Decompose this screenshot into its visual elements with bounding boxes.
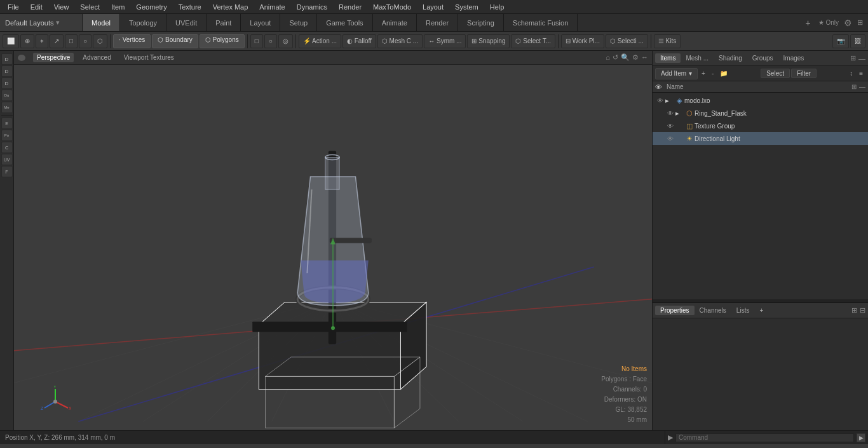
tree-item-ring[interactable]: 👁 ▸ ⬡ Ring_Stand_Flask	[653, 107, 868, 119]
collapse-all-icon[interactable]: —	[859, 83, 865, 90]
items-expand-icon[interactable]: ⊞	[850, 54, 856, 62]
left-tool-poly[interactable]: Po	[1, 130, 13, 141]
items-sort-icon[interactable]: ↕	[847, 69, 855, 78]
transform-btn[interactable]: ⌖	[36, 34, 48, 48]
select-rect-btn[interactable]: □	[65, 34, 78, 48]
eye-icon-dirlight[interactable]: 👁	[665, 135, 675, 142]
menu-edit[interactable]: Edit	[25, 2, 48, 12]
shape-hex-btn[interactable]: ◎	[278, 34, 293, 48]
eye-icon-root[interactable]: 👁	[655, 97, 665, 104]
layout-dropdown[interactable]: Default Layouts ▾	[0, 14, 83, 31]
viewport-canvas[interactable]: No Items Polygons : Face Channels: 0 Def…	[14, 65, 652, 430]
items-add-icon[interactable]: +	[699, 69, 708, 78]
menu-dynamics[interactable]: Dynamics	[292, 2, 332, 12]
tab-channels[interactable]: Channels	[695, 306, 731, 315]
mesh-btn[interactable]: ⬡ Mesh C ...	[377, 34, 423, 48]
tab-setup[interactable]: Setup	[280, 14, 317, 31]
menu-vertex-map[interactable]: Vertex Map	[208, 2, 254, 12]
left-tool-3[interactable]: D	[1, 78, 13, 89]
left-tool-c[interactable]: C	[1, 142, 13, 153]
tab-images[interactable]: Images	[778, 53, 810, 63]
viewport-tab-perspective[interactable]: Perspective	[33, 53, 74, 62]
menu-select[interactable]: Select	[75, 2, 105, 12]
menu-view[interactable]: View	[49, 2, 74, 12]
items-folder-icon[interactable]: 📁	[717, 69, 730, 78]
menu-layout[interactable]: Layout	[417, 2, 449, 12]
tab-uvedit[interactable]: UVEdit	[166, 14, 207, 31]
sort-asc-icon[interactable]: ⊞	[851, 83, 857, 90]
tab-items[interactable]: Items	[655, 53, 681, 63]
tab-mesh[interactable]: Mesh ...	[681, 53, 714, 63]
paint-sel-btn[interactable]: ⬡	[93, 34, 107, 48]
left-tool-1[interactable]: D	[1, 53, 13, 65]
left-tool-uv[interactable]: UV	[1, 154, 13, 165]
add-layout-icon[interactable]: +	[805, 18, 810, 28]
tab-add-prop[interactable]: +	[754, 306, 768, 315]
ring-expand[interactable]: ▸	[675, 109, 684, 118]
left-tool-mesh[interactable]: Me	[1, 102, 13, 113]
tab-paint[interactable]: Paint	[207, 14, 241, 31]
select-tool-btn[interactable]: ↗	[50, 34, 64, 48]
viewport-rotate-icon[interactable]: ↺	[613, 53, 618, 62]
workplane-btn[interactable]: ⊟ Work Pl...	[561, 34, 604, 48]
props-collapse-icon[interactable]: ⊟	[860, 306, 865, 315]
eye-icon-texgrp[interactable]: 👁	[665, 123, 675, 130]
shape-sq-btn[interactable]: □	[250, 34, 263, 48]
menu-render[interactable]: Render	[334, 2, 367, 12]
lasso-btn[interactable]: ○	[79, 34, 92, 48]
left-tool-dup[interactable]: Du	[1, 90, 13, 101]
tab-groups[interactable]: Groups	[747, 53, 778, 63]
root-expand[interactable]: ▸	[665, 97, 674, 105]
layout-expand-icon[interactable]: ⊞	[857, 18, 863, 27]
menu-geometry[interactable]: Geometry	[131, 2, 172, 12]
tab-properties[interactable]: Properties	[655, 306, 695, 315]
items-remove-icon[interactable]: -	[709, 69, 716, 78]
kits-btn[interactable]: ☰ Kits	[654, 34, 681, 48]
select-through-btn[interactable]: ⬡ Select T...	[511, 34, 555, 48]
polygons-btn[interactable]: ⬡ Polygons	[200, 34, 245, 48]
menu-texture[interactable]: Texture	[173, 2, 207, 12]
menu-item[interactable]: Item	[106, 2, 130, 12]
viewport-home-icon[interactable]: ⌂	[606, 53, 610, 62]
action-btn[interactable]: ⚡ Action ...	[299, 34, 341, 48]
tree-item-texgrp[interactable]: 👁 ◫ Texture Group	[653, 119, 868, 132]
items-collapse-icon[interactable]: —	[858, 55, 865, 62]
items-list-icon[interactable]: ≡	[857, 69, 865, 78]
grid-btn[interactable]: ⊕	[20, 34, 34, 48]
tab-shading[interactable]: Shading	[714, 53, 747, 63]
shape-circ-btn[interactable]: ○	[264, 34, 277, 48]
command-go-button[interactable]: ▶	[857, 433, 865, 442]
menu-animate[interactable]: Animate	[254, 2, 290, 12]
tab-game-tools[interactable]: Game Tools	[317, 14, 373, 31]
tab-scripting[interactable]: Scripting	[458, 14, 504, 31]
viewport-type-btn[interactable]: ⬜	[3, 34, 19, 48]
tab-model[interactable]: Model	[83, 14, 120, 31]
layout-settings-icon[interactable]: ⚙	[844, 18, 852, 28]
viewport-expand-icon[interactable]: ↔	[641, 53, 648, 62]
tab-animate[interactable]: Animate	[373, 14, 417, 31]
boundary-btn[interactable]: ⬡ Boundary	[152, 34, 198, 48]
left-tool-f[interactable]: F	[1, 166, 13, 177]
add-item-button[interactable]: Add Item ▾	[655, 68, 698, 79]
items-filter-button[interactable]: Filter	[791, 69, 817, 78]
tab-layout[interactable]: Layout	[241, 14, 280, 31]
command-input[interactable]	[675, 433, 854, 442]
symm-btn[interactable]: ↔ Symm ...	[424, 34, 466, 48]
menu-help[interactable]: Help	[485, 2, 510, 12]
selection-set-btn[interactable]: ⬡ Selecti ...	[606, 34, 648, 48]
left-tool-e[interactable]: E	[1, 118, 13, 129]
tab-topology[interactable]: Topology	[120, 14, 166, 31]
falloff-btn[interactable]: ◐ Falloff	[342, 34, 376, 48]
props-expand-icon[interactable]: ⊞	[851, 306, 857, 315]
tree-item-root[interactable]: 👁 ▸ ◈ modo.lxo	[653, 94, 868, 107]
render-preview-btn[interactable]: 🖼	[850, 34, 865, 48]
camera-btn[interactable]: 📷	[832, 34, 849, 48]
eye-icon-ring[interactable]: 👁	[665, 110, 675, 117]
menu-system[interactable]: System	[450, 2, 484, 12]
items-select-button[interactable]: Select	[761, 69, 790, 78]
snapping-btn[interactable]: ⊞ Snapping	[467, 34, 510, 48]
menu-maxtomodo[interactable]: MaxToModo	[368, 2, 416, 12]
left-tool-2[interactable]: D	[1, 65, 13, 77]
viewport-tab-textures[interactable]: Viewport Textures	[120, 53, 178, 62]
tree-item-dirlight[interactable]: 👁 ☀ Directional Light	[653, 132, 868, 145]
